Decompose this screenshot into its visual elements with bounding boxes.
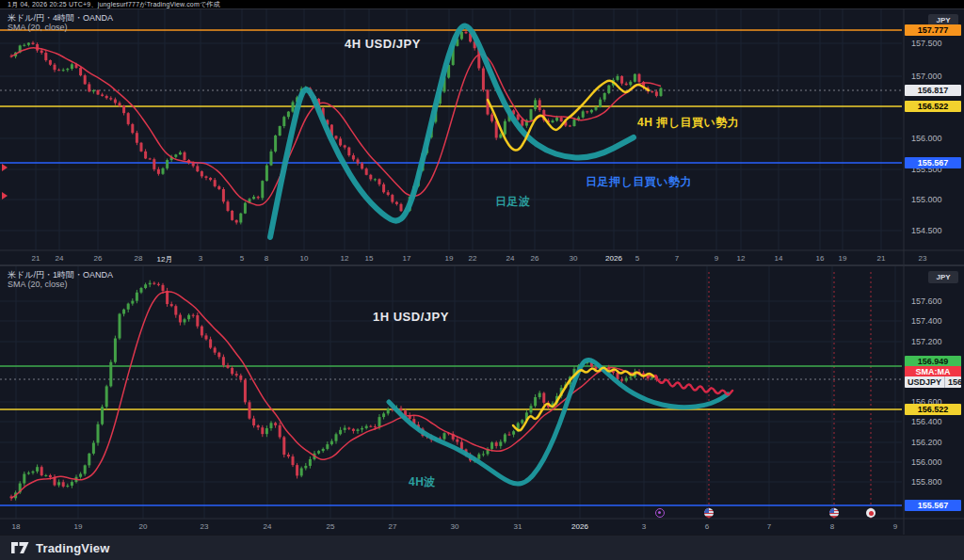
time-axis-label: 26 (521, 254, 549, 263)
red-arrow-marker[interactable] (2, 192, 8, 200)
time-axis-label: 12月 (151, 254, 179, 264)
price-axis-label: 155.000 (911, 195, 942, 204)
time-axis-label: 5 (623, 254, 651, 263)
time-axis-label: 3 (186, 254, 215, 263)
projection-zigzag-line[interactable] (655, 376, 732, 394)
time-axis-label: 30 (441, 522, 469, 531)
time-axis-label: 24 (253, 522, 281, 531)
price-axis-currency-button[interactable]: JPY (928, 271, 958, 283)
orange-level-badge: 157.777 (905, 24, 961, 36)
indicator-legend[interactable]: SMA (20, close) (8, 23, 68, 32)
blue-level-badge: 155.567 (905, 157, 961, 168)
time-axis-label: 10 (290, 254, 318, 263)
time-axis-label: 2026 (566, 522, 594, 531)
chart-annotation[interactable]: 4H波 (409, 474, 436, 490)
time-axis-label: 18 (2, 522, 30, 531)
price-axis-label: 156.000 (911, 134, 942, 143)
symbol-price-badge: USDJPY156.817 (905, 376, 961, 388)
price-axis-label: 155.800 (911, 477, 942, 487)
footer-bar: TradingView (0, 535, 964, 560)
time-axis-label: 30 (559, 254, 587, 263)
time-axis-label: 26 (84, 254, 112, 263)
indicator-legend[interactable]: SMA (20, close) (8, 280, 68, 289)
time-axis-label: 19 (828, 254, 857, 263)
time-axis-label: 23 (908, 254, 937, 263)
time-axis-label: 15 (355, 254, 383, 263)
price-axis-label: 154.500 (911, 226, 942, 235)
price-axis-label: 156.200 (911, 438, 942, 447)
yellow-level-badge: 156.522 (905, 101, 961, 112)
time-axis-label: 9 (881, 522, 909, 531)
price-axis-label: 157.600 (911, 296, 942, 306)
time-axis-label: 7 (663, 254, 691, 263)
event-clock-icon[interactable] (655, 508, 665, 518)
time-axis-label: 28 (124, 254, 153, 263)
tradingview-brand[interactable]: TradingView (36, 541, 110, 555)
price-axis-label: 157.000 (911, 72, 942, 81)
us-flag-icon[interactable] (829, 508, 839, 518)
tradingview-chart-screenshot: 1月 04, 2026 20:25 UTC+9、junglesurf777がTr… (0, 0, 964, 560)
time-axis-label: 21 (867, 254, 895, 263)
price-axis-label: 156.400 (911, 417, 942, 426)
time-axis-label: 24 (45, 254, 73, 263)
time-axis-label: 12 (727, 254, 755, 263)
time-axis-label: 25 (316, 522, 345, 531)
time-axis-label: 31 (504, 522, 532, 531)
time-axis-label: 8 (818, 522, 846, 531)
blue-level-badge: 155.567 (905, 500, 961, 511)
chart-annotation[interactable]: 4H 押し目買い勢力 (637, 115, 739, 131)
yellow-level-badge: 156.522 (905, 404, 961, 415)
time-axis-label: 23 (190, 522, 218, 531)
time-axis-label: 14 (764, 254, 793, 263)
time-axis-label: 8 (252, 254, 281, 263)
time-axis-label: 27 (378, 522, 407, 531)
chart-annotation[interactable]: 日足波 (495, 194, 531, 210)
time-axis-label: 22 (458, 254, 487, 263)
price-axis-label: 156.000 (911, 457, 942, 467)
time-axis-label: 3 (630, 522, 658, 531)
time-axis-label: 7 (755, 522, 783, 531)
chart-annotation[interactable]: 日足押し目買い勢力 (586, 174, 692, 190)
chart-annotation[interactable]: 1H USD/JPY (373, 310, 449, 324)
time-axis-label: 6 (693, 522, 721, 531)
time-axis-label: 20 (129, 522, 157, 531)
tradingview-logo-icon[interactable] (11, 541, 29, 554)
chart-canvas[interactable] (0, 0, 964, 560)
price-axis-label: 157.400 (911, 316, 942, 326)
red-arrow-marker[interactable] (2, 164, 8, 171)
price-axis-label: 157.200 (911, 337, 942, 346)
jp-flag-icon[interactable] (866, 508, 876, 518)
time-axis-label: 19 (64, 522, 92, 531)
price-axis-label: 157.500 (911, 39, 942, 48)
time-axis-label: 17 (393, 254, 421, 263)
chart-annotation[interactable]: 4H USD/JPY (345, 37, 421, 51)
current-price-badge: 156.817 (905, 85, 961, 96)
us-flag-icon[interactable] (704, 508, 714, 518)
